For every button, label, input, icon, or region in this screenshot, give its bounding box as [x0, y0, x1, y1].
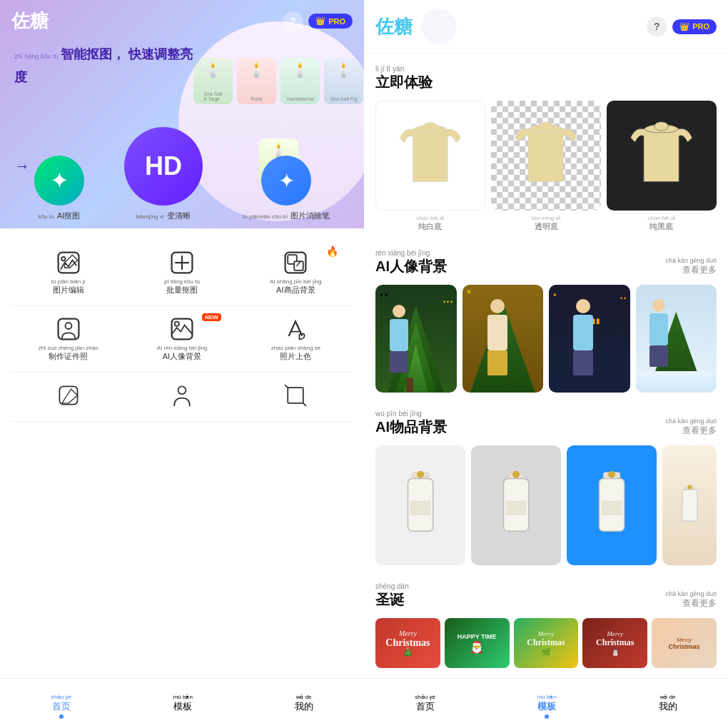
grid-cell-erase[interactable] — [11, 373, 125, 421]
right-pro-label: PRO — [692, 22, 709, 31]
grid-cell-edit[interactable]: tú piān biān jí 图片编辑 — [11, 240, 125, 305]
hero-text: zhì néng kōu tú 智能抠图， 快速调整亮 度 — [14, 43, 193, 89]
white-bg-label: chún bái dǐ 纯白底 — [417, 215, 445, 232]
grid-row-1: tú piān biān jí 图片编辑 pī liàng kōu tú 批量抠… — [11, 240, 353, 306]
product-scene-1[interactable] — [375, 445, 465, 565]
portrait-scene-1[interactable]: ✦✦ ✦✦✦ — [375, 285, 457, 393]
xmas-card-3[interactable]: Merry Christmas 🌿 — [514, 618, 579, 668]
try-pinyin: lì jí tǐ yàn — [375, 65, 717, 73]
product-scene-3[interactable] — [567, 445, 657, 565]
xmas-cards-container: Merry Christmas 🎄 HAPPY TIME 🎅 M — [375, 618, 717, 668]
left-nav-template-label: mú bǎn 模板 — [173, 694, 193, 713]
portrait-section: rén xiàng bèi jǐng AI人像背景 chá kàn gèng d… — [375, 249, 717, 393]
left-nav-mine-label: wǒ de 我的 — [295, 694, 313, 713]
right-logo: 佐糖 — [375, 14, 413, 39]
hero-pinyin1: zhì néng kōu tú — [14, 53, 59, 60]
svg-rect-7 — [295, 261, 304, 271]
perfume-warm-bg — [662, 445, 717, 565]
xmas-card-5-content: Merry Christmas — [669, 637, 700, 650]
left-nav-template[interactable]: mú bǎn 模板 — [173, 694, 193, 713]
colorize-icon — [283, 316, 308, 345]
feature-ai-cutout[interactable]: ✦ kōu tú AI抠图 — [34, 156, 84, 228]
right-nav-template[interactable]: mú bǎn 模板 — [537, 694, 557, 713]
xmas-see-more[interactable]: chá kàn gèng duō 查看更多 — [665, 590, 717, 610]
feature-eraser[interactable]: ✦ tú piānxiāo chú bǐ 图片消除笔 — [243, 156, 330, 228]
try-black-bg[interactable]: chún hēi dǐ 纯黑底 — [607, 101, 717, 232]
xmas-card-1[interactable]: Merry Christmas 🎄 — [375, 618, 440, 668]
left-question-button[interactable]: ? — [283, 11, 303, 31]
svg-point-11 — [175, 322, 179, 326]
product-section-header: wù pǐn bèi jǐng AI物品背景 — [375, 410, 447, 437]
xmas-section: shèng dàn 圣诞 chá kàn gèng duō 查看更多 Merry… — [375, 582, 717, 668]
xmas-card-2-content: HAPPY TIME 🎅 — [457, 633, 497, 654]
left-pro-button[interactable]: 👑 PRO — [308, 14, 353, 29]
right-pro-button[interactable]: 👑 PRO — [672, 19, 717, 34]
try-checker-bg[interactable]: tòu míng dǐ 透明底 — [491, 101, 601, 232]
id-photo-label: zhì zuò zhèng jiàn zhào 制作证件照 — [39, 345, 98, 362]
grid-cell-batch[interactable]: pī liàng kōu tú 批量抠图 — [125, 240, 238, 305]
christmas-scene-2: ☀ — [462, 285, 544, 393]
ai-bg-icon — [283, 250, 308, 278]
hero-banner: 佐糖 ? 👑 PRO zhì néng kōu tú 智能抠图， 快速调整亮 度… — [0, 0, 364, 228]
svg-rect-13 — [59, 386, 77, 404]
svg-point-17 — [539, 122, 553, 131]
portrait-images-row: ✦✦ ✦✦✦ — [375, 285, 717, 393]
checker-bg-box — [491, 101, 601, 211]
portrait-scene-4[interactable] — [636, 285, 717, 393]
grid-cell-crop[interactable] — [239, 373, 353, 421]
xmas-header-row: shèng dàn 圣诞 chá kàn gèng duō 查看更多 — [375, 582, 717, 610]
feature-hd[interactable]: HD biànqīng xī 变清晰 — [124, 127, 203, 228]
right-panel: 佐糖 ? 👑 PRO lì jí tǐ yàn 立即体验 — [364, 0, 728, 728]
grid-cell-colorize[interactable]: zhào piān shàng sè 照片上色 — [239, 306, 353, 372]
right-content: lì jí tǐ yàn 立即体验 chún bái dǐ 纯白 — [364, 54, 728, 678]
product-see-more[interactable]: chá kàn gèng duō 查看更多 — [665, 418, 717, 437]
product-header-row: wù pǐn bèi jǐng AI物品背景 chá kàn gèng duō … — [375, 410, 717, 437]
right-header-buttons: ? 👑 PRO — [647, 16, 717, 36]
grid-cell-person[interactable] — [125, 373, 238, 421]
edit-label: tú piān biān jí 图片编辑 — [51, 278, 86, 295]
xmas-card-5[interactable]: Merry Christmas — [652, 618, 717, 668]
portrait-see-more[interactable]: chá kàn gèng duō 查看更多 — [665, 257, 717, 276]
svg-rect-15 — [288, 388, 304, 403]
hd-label: biànqīng xī 变清晰 — [136, 208, 191, 221]
svg-rect-33 — [682, 489, 697, 520]
xmas-card-4[interactable]: Merry Christmas ⛄ — [582, 618, 647, 668]
svg-point-27 — [513, 471, 520, 477]
svg-point-34 — [688, 485, 692, 488]
edit-icon — [56, 250, 81, 278]
xmas-card-4-content: Merry Christmas ⛄ — [596, 631, 634, 655]
svg-point-1 — [61, 257, 65, 261]
right-question-button[interactable]: ? — [647, 16, 667, 36]
grid-cell-id-photo[interactable]: zhì zuò zhèng jiàn zhào 制作证件照 — [11, 306, 125, 372]
xmas-cards-row: Merry Christmas 🎄 HAPPY TIME 🎅 M — [375, 618, 717, 668]
xmas-card-2[interactable]: HAPPY TIME 🎅 — [445, 618, 510, 668]
product-scene-2[interactable] — [471, 445, 561, 565]
black-bg-box — [607, 101, 717, 211]
grid-cell-ai-bg[interactable]: 🔥 AI shāng pǐn bèi jǐng AI商品背景 — [239, 240, 353, 305]
svg-rect-0 — [58, 253, 79, 273]
left-nav-mine[interactable]: wǒ de 我的 — [295, 694, 313, 713]
svg-point-18 — [654, 122, 669, 131]
hot-badge: 🔥 — [326, 246, 338, 257]
portrait-scene-2[interactable]: ☀ — [462, 285, 544, 393]
feature-grid: tú piān biān jí 图片编辑 pī liàng kōu tú 批量抠… — [0, 228, 364, 678]
left-nav-home-dot — [59, 714, 64, 719]
right-nav-mine[interactable]: wǒ de 我的 — [659, 694, 677, 713]
crown-icon: 👑 — [315, 16, 325, 26]
product-images — [375, 445, 717, 565]
left-logo: 佐糖 — [11, 9, 49, 34]
svg-point-14 — [178, 386, 186, 394]
left-nav-home[interactable]: shǒu yè 首页 — [51, 694, 71, 713]
right-nav-home[interactable]: shǒu yè 首页 — [415, 694, 435, 713]
portrait-scene-3[interactable]: ▮▮▮▮▮ ✦ ✦✦ — [549, 285, 630, 393]
night-city-scene: ▮▮▮▮▮ ✦ ✦✦ — [549, 285, 630, 393]
product-scene-4[interactable] — [662, 445, 717, 565]
perfume-grey-bg — [471, 445, 561, 565]
pro-label: PRO — [328, 17, 345, 26]
right-bottom-nav: shǒu yè 首页 mú bǎn 模板 wǒ de 我的 — [364, 678, 728, 728]
try-white-bg[interactable]: chún bái dǐ 纯白底 — [375, 101, 485, 232]
right-header: 佐糖 ? 👑 PRO — [364, 0, 728, 54]
ai-cutout-icon: ✦ — [34, 156, 84, 206]
new-badge: NEW — [202, 313, 221, 321]
grid-cell-portrait-bg[interactable]: NEW AI rén xiàng bèi jǐng AI人像背景 — [125, 306, 238, 372]
